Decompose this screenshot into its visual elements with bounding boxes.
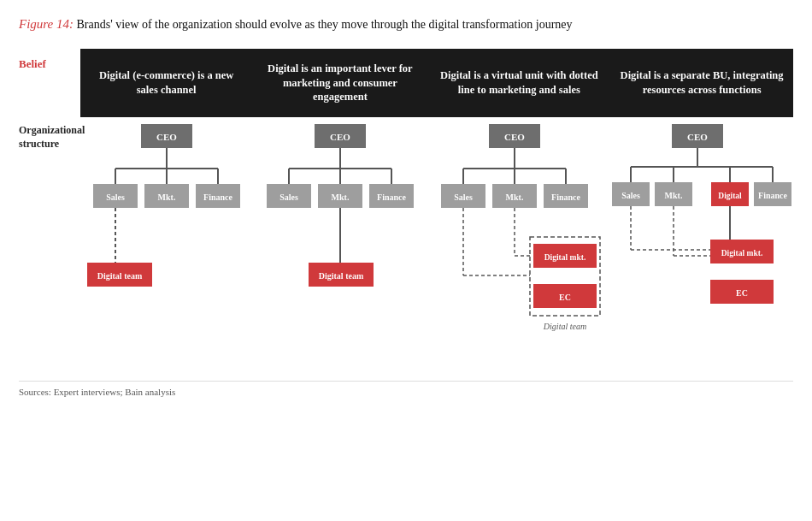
fig-label: Figure 14: (19, 17, 74, 31)
svg-text:Sales: Sales (454, 192, 473, 202)
tree-svg-col4: CEO Sales Mkt. Digital (612, 117, 791, 365)
sources: Sources: Expert interviews; Bain analysi… (19, 381, 793, 397)
svg-text:Mkt.: Mkt. (331, 192, 349, 202)
col1-header: Digital (e-commerce) is a new sales chan… (80, 49, 252, 117)
svg-text:CEO: CEO (504, 132, 525, 142)
svg-text:Mkt.: Mkt. (506, 192, 524, 202)
svg-text:Finance: Finance (377, 192, 406, 202)
org-diagram-col4: CEO Sales Mkt. Digital (610, 117, 793, 365)
svg-text:CEO: CEO (330, 132, 350, 142)
org-diagram-col1: CEO Sales Mkt. F (80, 117, 252, 357)
tree-svg-col1: CEO Sales Mkt. F (81, 117, 252, 357)
col4-header: Digital is a separate BU, integrating re… (610, 49, 793, 117)
svg-text:CEO: CEO (687, 132, 708, 142)
svg-text:Mkt.: Mkt. (157, 192, 175, 202)
belief-label: Belief (19, 49, 80, 71)
tree-svg-col2: CEO Sales Mkt. Finance Digit (255, 117, 426, 357)
svg-text:Digital team: Digital team (97, 271, 142, 281)
svg-text:Sales: Sales (106, 192, 125, 202)
svg-text:CEO: CEO (156, 132, 177, 142)
svg-text:Sales: Sales (279, 192, 298, 202)
org-diagram-col2: CEO Sales Mkt. Finance Digit (252, 117, 427, 357)
fig-title: Brands' view of the organization should … (77, 18, 573, 31)
svg-text:Sales: Sales (621, 191, 640, 200)
org-diagram-col3: CEO Sales Mkt. Finance Dig (427, 117, 610, 365)
figure-title: Figure 14: Brands' view of the organizat… (19, 15, 793, 33)
svg-text:Digital mkt.: Digital mkt. (544, 253, 586, 262)
svg-text:EC: EC (559, 293, 571, 302)
svg-text:Digital: Digital (718, 192, 742, 200)
col2-header: Digital is an important lever for market… (252, 49, 427, 117)
svg-text:Mkt.: Mkt. (665, 191, 683, 200)
svg-text:EC: EC (736, 288, 748, 298)
svg-text:Digital mkt.: Digital mkt. (721, 249, 763, 258)
svg-text:Finance: Finance (203, 192, 232, 202)
svg-text:Digital team: Digital team (543, 322, 586, 331)
tree-svg-col3: CEO Sales Mkt. Finance Dig (429, 117, 609, 365)
svg-text:Finance: Finance (551, 192, 580, 202)
svg-text:Finance: Finance (758, 191, 787, 200)
col3-header: Digital is a virtual unit with dotted li… (427, 49, 610, 117)
svg-text:Digital team: Digital team (319, 271, 364, 281)
org-label: Organizational structure (19, 117, 80, 151)
